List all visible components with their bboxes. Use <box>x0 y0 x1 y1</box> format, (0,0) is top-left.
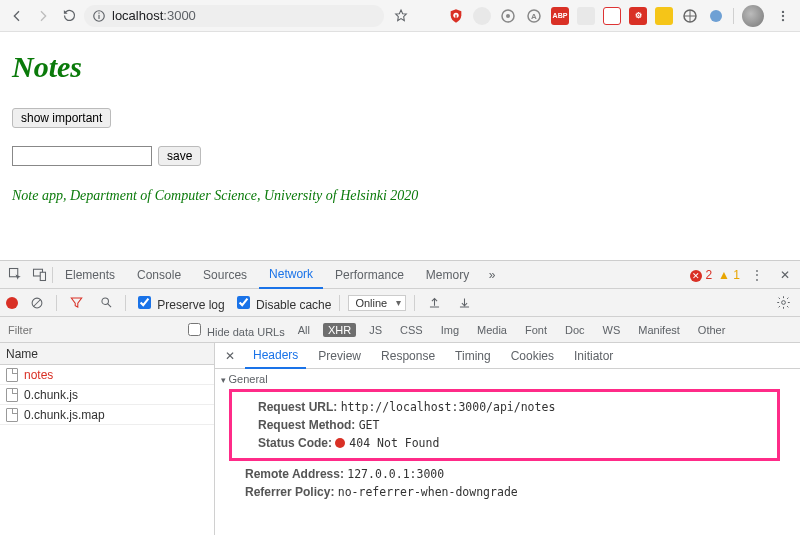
show-important-button[interactable]: show important <box>12 108 111 128</box>
filter-all[interactable]: All <box>293 323 315 337</box>
warning-count-badge[interactable]: ▲ 1 <box>718 268 740 282</box>
extension-icons: A ABP ⚙ <box>447 5 794 27</box>
back-button[interactable] <box>6 5 28 27</box>
tab-console[interactable]: Console <box>127 261 191 289</box>
filter-ws[interactable]: WS <box>598 323 626 337</box>
filter-xhr[interactable]: XHR <box>323 323 356 337</box>
request-row-notes[interactable]: notes <box>0 365 214 385</box>
filter-media[interactable]: Media <box>472 323 512 337</box>
upload-har-icon[interactable] <box>423 292 445 314</box>
file-icon <box>6 388 18 402</box>
status-dot-icon <box>335 438 345 448</box>
tab-elements[interactable]: Elements <box>55 261 125 289</box>
filter-toggle-icon[interactable] <box>65 292 87 314</box>
save-button[interactable]: save <box>158 146 201 166</box>
network-toolbar: Preserve log Disable cache Online <box>0 289 800 317</box>
search-icon[interactable] <box>95 292 117 314</box>
disable-cache-checkbox[interactable]: Disable cache <box>233 293 332 312</box>
profile-avatar[interactable] <box>742 5 764 27</box>
bookmark-star-icon[interactable] <box>390 5 412 27</box>
extension-icon-1[interactable] <box>473 7 491 25</box>
detail-tab-preview[interactable]: Preview <box>310 343 369 369</box>
network-settings-icon[interactable] <box>772 292 794 314</box>
new-note-input[interactable] <box>12 146 152 166</box>
filter-input[interactable] <box>6 323 66 337</box>
filter-css[interactable]: CSS <box>395 323 428 337</box>
forward-button[interactable] <box>32 5 54 27</box>
referrer-policy-row: Referrer Policy: no-referrer-when-downgr… <box>215 483 800 501</box>
filter-js[interactable]: JS <box>364 323 387 337</box>
page-footer: Note app, Department of Computer Science… <box>12 188 788 204</box>
preserve-log-checkbox[interactable]: Preserve log <box>134 293 225 312</box>
filter-font[interactable]: Font <box>520 323 552 337</box>
extension-icon-7[interactable] <box>655 7 673 25</box>
extension-icon-2[interactable] <box>499 7 517 25</box>
tab-performance[interactable]: Performance <box>325 261 414 289</box>
inspect-element-icon[interactable] <box>4 264 26 286</box>
name-column-header[interactable]: Name <box>0 343 214 365</box>
filter-img[interactable]: Img <box>436 323 464 337</box>
hide-data-urls-checkbox[interactable]: Hide data URLs <box>184 320 285 339</box>
page-title: Notes <box>12 50 788 84</box>
ublock-icon[interactable] <box>447 7 465 25</box>
detail-tab-timing[interactable]: Timing <box>447 343 499 369</box>
svg-rect-16 <box>40 272 45 280</box>
detail-tab-cookies[interactable]: Cookies <box>503 343 562 369</box>
svg-rect-4 <box>455 14 456 17</box>
request-row-chunk-js[interactable]: 0.chunk.js <box>0 385 214 405</box>
url-host: localhost <box>112 8 163 23</box>
extension-icon-6[interactable]: ⚙ <box>629 7 647 25</box>
devtools-close-icon[interactable]: ✕ <box>774 264 796 286</box>
filter-manifest[interactable]: Manifest <box>633 323 685 337</box>
request-row-chunk-map[interactable]: 0.chunk.js.map <box>0 405 214 425</box>
devtools-tabs: Elements Console Sources Network Perform… <box>0 261 800 289</box>
devtools-panel: Elements Console Sources Network Perform… <box>0 260 800 535</box>
browser-toolbar: localhost:3000 A ABP ⚙ <box>0 0 800 32</box>
throttle-select[interactable]: Online <box>348 295 406 311</box>
divider <box>339 295 340 311</box>
request-detail-pane: ✕ Headers Preview Response Timing Cookie… <box>215 343 800 535</box>
record-button[interactable] <box>6 297 18 309</box>
extension-icon-8[interactable] <box>681 7 699 25</box>
remote-address-row: Remote Address: 127.0.0.1:3000 <box>215 465 800 483</box>
reload-button[interactable] <box>58 5 80 27</box>
network-filter-row: Hide data URLs All XHR JS CSS Img Media … <box>0 317 800 343</box>
devtools-menu-icon[interactable]: ⋮ <box>746 264 768 286</box>
download-har-icon[interactable] <box>453 292 475 314</box>
site-info-icon[interactable] <box>92 9 106 23</box>
url-bar[interactable]: localhost:3000 <box>84 5 384 27</box>
file-icon <box>6 408 18 422</box>
device-toolbar-icon[interactable] <box>28 264 50 286</box>
divider <box>125 295 126 311</box>
chrome-menu-button[interactable] <box>772 5 794 27</box>
request-method-row: Request Method: GET <box>240 416 769 434</box>
tabs-overflow-icon[interactable]: » <box>481 264 503 286</box>
detail-tab-headers[interactable]: Headers <box>245 343 306 369</box>
svg-line-20 <box>107 304 110 307</box>
extension-icon-3[interactable]: A <box>525 7 543 25</box>
divider <box>52 267 53 283</box>
divider <box>733 8 734 24</box>
clear-button[interactable] <box>26 292 48 314</box>
svg-text:A: A <box>531 12 537 21</box>
extension-icon-5[interactable] <box>603 7 621 25</box>
detail-tab-response[interactable]: Response <box>373 343 443 369</box>
tab-sources[interactable]: Sources <box>193 261 257 289</box>
svg-point-6 <box>506 14 510 18</box>
tab-network[interactable]: Network <box>259 261 323 289</box>
general-section-title[interactable]: General <box>215 369 800 389</box>
adblock-plus-icon[interactable]: ABP <box>551 7 569 25</box>
filter-other[interactable]: Other <box>693 323 731 337</box>
close-detail-icon[interactable]: ✕ <box>219 345 241 367</box>
extension-icon-4[interactable] <box>577 7 595 25</box>
extension-icon-9[interactable] <box>707 7 725 25</box>
detail-tab-initiator[interactable]: Initiator <box>566 343 621 369</box>
error-count-badge[interactable]: ✕ 2 <box>690 268 712 282</box>
svg-rect-2 <box>98 12 99 13</box>
file-icon <box>6 368 18 382</box>
filter-doc[interactable]: Doc <box>560 323 590 337</box>
svg-rect-1 <box>98 14 99 18</box>
svg-point-11 <box>782 10 784 12</box>
svg-line-18 <box>34 299 41 306</box>
tab-memory[interactable]: Memory <box>416 261 479 289</box>
